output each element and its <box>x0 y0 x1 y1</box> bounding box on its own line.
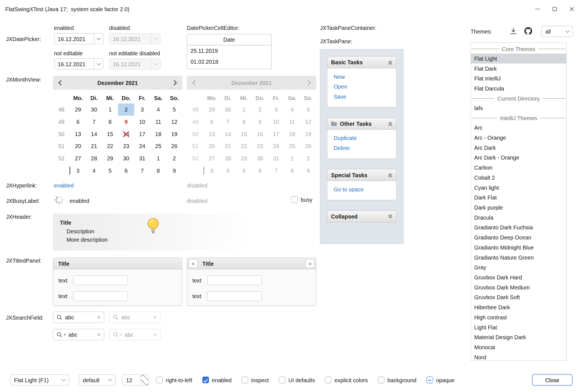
calendar-day-cell[interactable]: 27 <box>70 152 86 165</box>
theme-list-item[interactable]: Dark purple <box>471 203 566 213</box>
theme-list-item[interactable]: Nord <box>471 352 566 361</box>
checkbox-enabled[interactable]: enabled <box>202 377 232 383</box>
calendar-day-cell[interactable]: 4 <box>86 165 102 177</box>
collapse-icon[interactable] <box>388 173 393 177</box>
github-button[interactable] <box>524 27 533 37</box>
search-menu-icon[interactable] <box>56 332 66 338</box>
task-link[interactable]: Save <box>334 92 396 102</box>
datepicker-dropdown-button[interactable] <box>94 59 103 69</box>
theme-list-item[interactable]: High contrast <box>471 312 566 322</box>
minimize-button[interactable] <box>529 0 546 18</box>
collapse-icon[interactable] <box>388 60 393 65</box>
collapse-icon[interactable] <box>388 122 393 126</box>
theme-list-item[interactable]: Flat Dark <box>471 64 566 74</box>
calendar-day-cell[interactable]: 9 <box>166 165 182 177</box>
theme-list-item[interactable]: Gruvbox Dark Medium <box>471 282 566 293</box>
checkbox-explicit-colors[interactable]: explicit colors <box>325 377 368 383</box>
calendar-day-cell[interactable]: 19 <box>166 128 182 140</box>
expand-icon[interactable] <box>388 214 393 219</box>
theme-list-item[interactable]: Carbon <box>471 163 566 173</box>
calendar-day-cell[interactable]: 1 <box>150 152 166 165</box>
style-combobox[interactable]: default <box>79 374 116 386</box>
theme-list-item[interactable]: Arc Dark <box>471 143 566 153</box>
calendar-day-cell[interactable]: 23 <box>118 140 134 152</box>
taskpane-header[interactable]: Collapsed <box>327 210 397 223</box>
busy-checkbox[interactable]: busy <box>291 196 312 203</box>
themes-list[interactable]: Core ThemesFlat LightFlat DarkFlat Intel… <box>470 42 567 361</box>
datepicker-dropdown-button[interactable] <box>94 34 103 44</box>
calendar-day-cell[interactable]: 22 <box>102 140 118 152</box>
search-field-with-menu[interactable]: abc × <box>53 329 104 340</box>
theme-list-item[interactable]: Material Design Dark <box>471 332 566 342</box>
calendar-day-cell[interactable]: 13 <box>70 128 86 140</box>
calendar-prev-icon[interactable] <box>55 78 65 88</box>
calendar-day-cell[interactable]: 9 <box>118 116 134 128</box>
clear-icon[interactable]: × <box>97 314 101 320</box>
calendar-day-cell[interactable]: 17 <box>134 128 150 140</box>
theme-list-item[interactable]: Arc - Orange <box>471 133 566 143</box>
calendar-day-cell[interactable]: 5 <box>102 165 118 177</box>
checkbox-inspect[interactable]: inspect <box>242 377 269 383</box>
search-input-value[interactable]: abc <box>69 331 97 338</box>
checkbox-background[interactable]: background <box>378 377 416 383</box>
datepicker-value[interactable]: 16.12.2021 <box>54 34 94 44</box>
nav-left-button[interactable]: < <box>189 259 198 268</box>
theme-list-item[interactable]: Gray <box>471 262 566 272</box>
calendar-day-cell[interactable]: 8 <box>150 165 166 177</box>
task-link[interactable]: Go to space <box>334 184 396 194</box>
text-input[interactable] <box>73 275 128 285</box>
theme-list-item[interactable]: Gradianto Deep Ocean <box>471 232 566 243</box>
theme-list-item[interactable]: Light Flat <box>471 322 566 332</box>
theme-list-item[interactable]: lafs <box>471 103 566 113</box>
calendar-day-cell[interactable]: 3 <box>70 165 86 177</box>
theme-list-item[interactable]: Cobalt 2 <box>471 173 566 183</box>
calendar-day-cell[interactable]: 21 <box>86 140 102 152</box>
calendar-day-cell[interactable]: 4 <box>150 103 166 116</box>
calendar-day-cell[interactable]: 6 <box>70 116 86 128</box>
calendar-day-cell[interactable]: 15 <box>102 128 118 140</box>
calendar-day-cell[interactable]: 18 <box>150 128 166 140</box>
text-input[interactable] <box>73 291 128 301</box>
calendar-day-cell[interactable]: 6 <box>118 165 134 177</box>
checkbox-ui-defaults[interactable]: UI defaults <box>279 377 315 383</box>
calendar-day-cell[interactable]: 10 <box>134 116 150 128</box>
table-row[interactable]: 25.11.2019 <box>187 46 271 56</box>
calendar-day-cell[interactable]: 7 <box>86 116 102 128</box>
theme-list-item[interactable]: Monocai <box>471 342 566 352</box>
checkbox-opaque[interactable]: opaque <box>426 377 455 383</box>
theme-list-item[interactable]: Dracula <box>471 213 566 223</box>
font-size-spinner[interactable]: 12 <box>122 374 149 386</box>
task-link[interactable]: Delete <box>334 143 396 153</box>
calendar-day-cell[interactable]: 12 <box>166 116 182 128</box>
calendar-next-icon[interactable] <box>170 78 180 88</box>
calendar-day-cell[interactable]: 26 <box>166 140 182 152</box>
calendar-day-cell[interactable]: 2 <box>118 103 134 116</box>
text-input[interactable] <box>207 275 262 285</box>
close-button[interactable]: Close <box>532 374 572 386</box>
calendar-day-cell[interactable]: 25 <box>150 140 166 152</box>
calendar-day-cell[interactable]: 3 <box>134 103 150 116</box>
task-link[interactable]: New <box>334 72 396 82</box>
calendar-day-cell[interactable]: 29 <box>102 152 118 165</box>
task-link[interactable]: Open <box>334 82 396 92</box>
calendar-day-cell[interactable]: 11 <box>150 116 166 128</box>
font-size-value[interactable]: 12 <box>122 375 141 385</box>
table-column-header[interactable]: Date <box>187 34 271 46</box>
taskpane-header[interactable]: Other Tasks <box>327 118 397 130</box>
theme-list-item[interactable]: Cyan light <box>471 182 566 193</box>
calendar-day-cell[interactable]: 2 <box>166 152 182 165</box>
theme-list-item[interactable]: Gradianto Midnight Blue <box>471 243 566 253</box>
calendar-day-cell[interactable]: 24 <box>134 140 150 152</box>
checkbox-right-to-left[interactable]: right-to-left <box>156 377 192 383</box>
datepicker-not-editable[interactable]: 16.12.2021 <box>54 58 103 70</box>
theme-list-item[interactable]: Flat IntelliJ <box>471 73 566 84</box>
table-row[interactable]: 01.02.2018 <box>187 56 271 67</box>
calendar-day-cell[interactable]: 14 <box>86 128 102 140</box>
download-themes-button[interactable] <box>510 27 517 36</box>
maximize-button[interactable] <box>546 0 563 18</box>
themes-filter-combobox[interactable]: all <box>541 26 573 37</box>
hyperlink-enabled[interactable]: enabled <box>54 182 74 188</box>
theme-list-item[interactable]: Hiberbee Dark <box>471 302 566 312</box>
calendar-day-cell[interactable]: 28 <box>86 152 102 165</box>
calendar-day-cell[interactable]: 31 <box>134 152 150 165</box>
